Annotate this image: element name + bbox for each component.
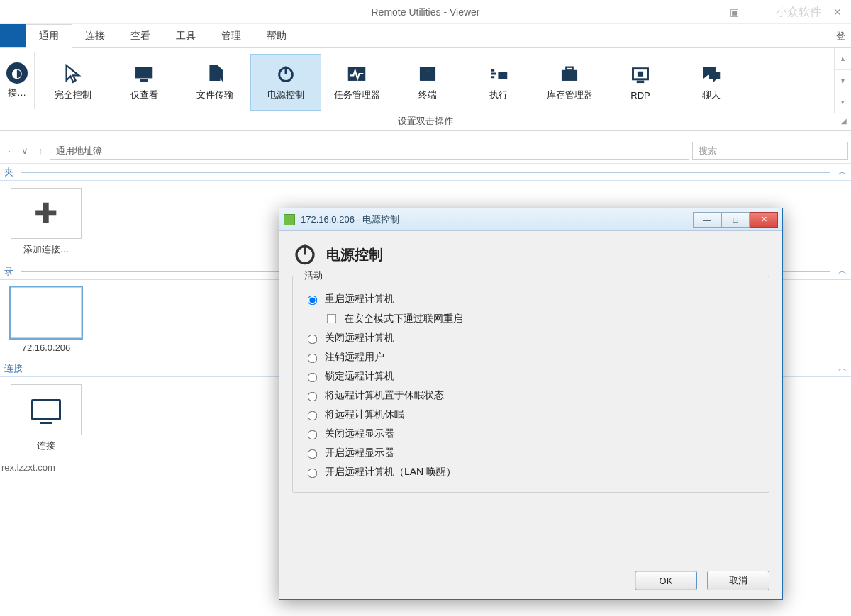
ribbon-view-only[interactable]: 仅查看 xyxy=(109,54,179,111)
ribbon-power-control-label: 电源控制 xyxy=(267,89,304,101)
ok-button[interactable]: OK xyxy=(635,571,697,590)
ribbon-task-manager[interactable]: 任务管理器 xyxy=(321,54,392,111)
rdp-icon xyxy=(628,65,652,86)
ribbon-execute-label: 执行 xyxy=(489,89,508,101)
breadcrumb-input[interactable]: 通用地址簿 xyxy=(50,142,689,160)
ribbon-rdp[interactable]: RDP xyxy=(605,54,676,111)
option-safe-mode-label: 在安全模式下通过联网重启 xyxy=(344,313,463,325)
run-icon xyxy=(486,63,511,84)
chevron-up-icon[interactable]: ︿ xyxy=(833,362,847,374)
option-safe-mode[interactable]: 在安全模式下通过联网重启 xyxy=(324,312,757,325)
panel-connection-label: 连接 xyxy=(4,362,28,375)
ribbon-inventory[interactable]: 库存管理器 xyxy=(534,54,605,111)
panel-folder-label: 夹 xyxy=(4,166,19,179)
svg-rect-7 xyxy=(499,72,507,79)
svg-rect-1 xyxy=(140,79,147,81)
option-shutdown[interactable]: 关闭远程计算机 xyxy=(304,332,757,345)
option-lock[interactable]: 锁定远程计算机 xyxy=(304,370,757,383)
ribbon-chat[interactable]: 聊天 xyxy=(676,54,747,111)
menu-file[interactable] xyxy=(0,24,26,47)
radio-monitor-on[interactable] xyxy=(308,449,318,459)
radio-lock[interactable] xyxy=(308,373,318,383)
dialog-close-button[interactable]: ✕ xyxy=(750,212,778,228)
tile-host[interactable]: 72.16.0.206 xyxy=(7,287,85,353)
option-monitor-off[interactable]: 关闭远程显示器 xyxy=(304,427,757,440)
search-input[interactable]: 搜索 xyxy=(692,142,848,160)
menu-tools[interactable]: 工具 xyxy=(163,24,208,47)
dialog-min-button[interactable]: — xyxy=(693,212,721,228)
option-wol-label: 开启远程计算机（LAN 唤醒） xyxy=(325,466,456,478)
radio-hibernate[interactable] xyxy=(308,411,318,421)
ribbon-full-control-label: 完全控制 xyxy=(55,89,91,101)
menu-help[interactable]: 帮助 xyxy=(254,24,299,47)
svg-text:C:\: C:\ xyxy=(423,69,430,76)
titlebar-min-icon[interactable]: — xyxy=(750,5,769,19)
dialog-titlebar[interactable]: 172.16.0.206 - 电源控制 — □ ✕ xyxy=(279,208,782,231)
panel-folder-header[interactable]: 夹 ︿ xyxy=(0,164,851,181)
chevron-up-icon[interactable]: ︿ xyxy=(833,265,847,277)
chevron-up-icon[interactable]: ︿ xyxy=(833,166,847,178)
dialog-options-group: 活动 重启远程计算机 在安全模式下通过联网重启 关闭远程计算机 注销远程用户 锁… xyxy=(292,276,769,493)
ribbon-file-transfer[interactable]: 文件传输 xyxy=(179,54,250,111)
radio-restart[interactable] xyxy=(308,296,318,306)
option-restart-label: 重启远程计算机 xyxy=(325,293,394,306)
option-sleep[interactable]: 将远程计算机置于休眠状态 xyxy=(304,389,757,402)
menu-connect[interactable]: 连接 xyxy=(72,24,118,47)
tile-add-connection[interactable]: ✚ 添加连接… xyxy=(7,188,85,256)
ribbon-connect-button[interactable]: ◐ 接… xyxy=(0,48,34,113)
option-hibernate-label: 将远程计算机休眠 xyxy=(325,408,404,421)
radio-shutdown[interactable] xyxy=(308,335,318,345)
ribbon-terminal-label: 终端 xyxy=(418,89,437,101)
radio-monitor-off[interactable] xyxy=(308,430,318,440)
svg-rect-0 xyxy=(135,67,152,78)
ribbon-power-control[interactable]: 电源控制 xyxy=(250,54,321,111)
ribbon-terminal[interactable]: C:\ 终端 xyxy=(392,54,463,111)
ribbon-view-only-label: 仅查看 xyxy=(130,89,158,101)
ribbon-connect-label: 接… xyxy=(8,86,26,99)
option-logoff[interactable]: 注销远程用户 xyxy=(304,351,757,364)
tile-host-label: 72.16.0.206 xyxy=(22,342,71,353)
radio-sleep[interactable] xyxy=(308,392,318,402)
tile-local[interactable]: 连接 xyxy=(7,384,85,452)
checkbox-safe-mode[interactable] xyxy=(327,314,337,324)
app-title: Remote Utilities - Viewer xyxy=(371,6,479,18)
svg-rect-12 xyxy=(637,81,643,82)
ribbon-execute[interactable]: 执行 xyxy=(463,54,534,111)
option-monitor-on[interactable]: 开启远程显示器 xyxy=(304,447,757,459)
option-wol[interactable]: 开启远程计算机（LAN 唤醒） xyxy=(304,466,757,478)
menu-view[interactable]: 查看 xyxy=(118,24,163,47)
ribbon-inventory-label: 库存管理器 xyxy=(547,89,593,101)
ribbon-full-control[interactable]: 完全控制 xyxy=(38,54,109,111)
option-hibernate[interactable]: 将远程计算机休眠 xyxy=(304,408,757,421)
dialog-max-button[interactable]: □ xyxy=(721,212,750,228)
ribbon-scroll-down-icon[interactable]: ▼ xyxy=(835,70,851,92)
nav-back-icon[interactable]: · xyxy=(3,145,16,156)
power-icon xyxy=(274,63,298,84)
power-icon xyxy=(292,241,318,269)
ribbon-scroll-more-icon[interactable]: ▾ xyxy=(835,91,851,113)
nav-up-icon[interactable]: ↑ xyxy=(34,145,47,156)
ribbon-launcher-icon[interactable]: ◢ xyxy=(841,113,847,129)
titlebar-close-icon[interactable]: ✕ xyxy=(828,5,847,19)
radio-logoff[interactable] xyxy=(308,354,318,364)
dialog-heading: 电源控制 xyxy=(326,245,383,264)
panel-records-label: 录 xyxy=(4,265,19,278)
menu-general[interactable]: 通用 xyxy=(26,24,72,48)
dialog-title: 172.16.0.206 - 电源控制 xyxy=(301,213,399,226)
breadcrumb-text: 通用地址簿 xyxy=(56,145,102,157)
cancel-button[interactable]: 取消 xyxy=(707,571,769,590)
titlebar-restore-icon[interactable]: ▣ xyxy=(725,5,743,19)
ribbon-file-transfer-label: 文件传输 xyxy=(196,89,233,101)
app-titlebar: Remote Utilities - Viewer ▣ — 小众软件 ✕ xyxy=(0,0,851,24)
radio-wol[interactable] xyxy=(308,469,318,478)
monitor-icon xyxy=(31,399,61,420)
ribbon-scroll-up-icon[interactable]: ▲ xyxy=(835,48,851,70)
ribbon-scroll[interactable]: ▲ ▼ ▾ xyxy=(834,48,851,113)
menu-manage[interactable]: 管理 xyxy=(208,24,254,47)
ribbon-chat-label: 聊天 xyxy=(702,89,721,101)
ribbon-rdp-label: RDP xyxy=(630,90,650,101)
menu-login[interactable]: 登 xyxy=(836,24,851,47)
briefcase-icon xyxy=(557,63,582,84)
nav-down-icon[interactable]: ∨ xyxy=(18,145,31,156)
option-restart[interactable]: 重启远程计算机 xyxy=(304,293,757,306)
